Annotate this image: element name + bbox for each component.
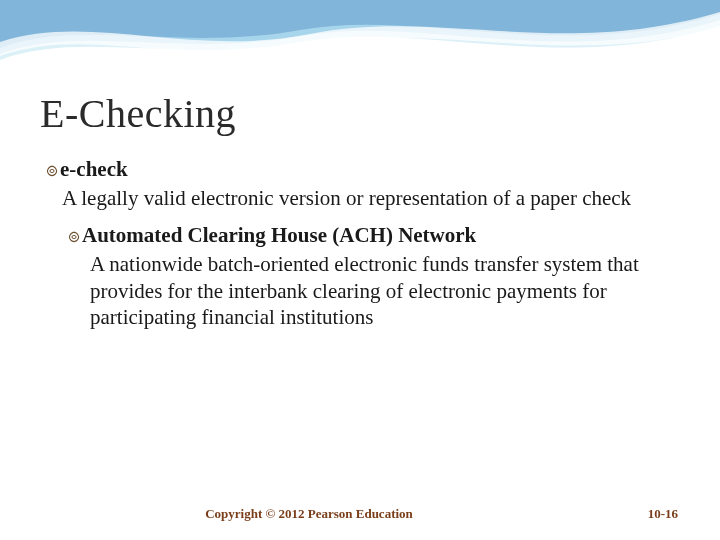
page-number: 10-16 [618, 506, 678, 522]
swirl-bullet-icon: ๏ [68, 224, 80, 246]
slide: E-Checking ๏e-check A legally valid elec… [0, 0, 720, 540]
bullet-item-1: ๏e-check [46, 156, 680, 183]
swirl-bullet-icon: ๏ [46, 158, 58, 180]
footer: Copyright © 2012 Pearson Education 10-16 [0, 506, 720, 522]
slide-title: E-Checking [40, 90, 680, 138]
definition-1: A legally valid electronic version or re… [62, 185, 680, 212]
copyright-text: Copyright © 2012 Pearson Education [0, 506, 618, 522]
term-2: Automated Clearing House (ACH) Network [82, 223, 476, 247]
slide-body: ๏e-check A legally valid electronic vers… [40, 156, 680, 331]
definition-2: A nationwide batch-oriented electronic f… [90, 251, 680, 332]
term-1: e-check [60, 157, 128, 181]
bullet-item-2: ๏Automated Clearing House (ACH) Network [68, 222, 680, 249]
